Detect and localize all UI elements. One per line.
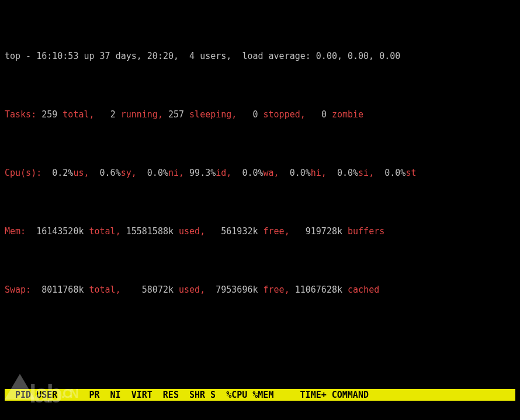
mem-line: Mem: 16143520k total, 15581588k used, 56… (5, 225, 515, 237)
uptime-line: top - 16:10:53 up 37 days, 20:20, 4 user… (5, 50, 515, 62)
cpu-line: Cpu(s): 0.2%us, 0.6%sy, 0.0%ni, 99.3%id,… (5, 167, 515, 179)
tasks-line: Tasks: 259 total, 2 running, 257 sleepin… (5, 109, 515, 120)
swap-line: Swap: 8011768k total, 58072k used, 79536… (5, 284, 515, 296)
process-table-header: PID USERPRNIVIRTRESSHR S%CPU%MEMTIME+COM… (5, 389, 515, 401)
terminal-output[interactable]: top - 16:10:53 up 37 days, 20:20, 4 user… (0, 0, 520, 420)
